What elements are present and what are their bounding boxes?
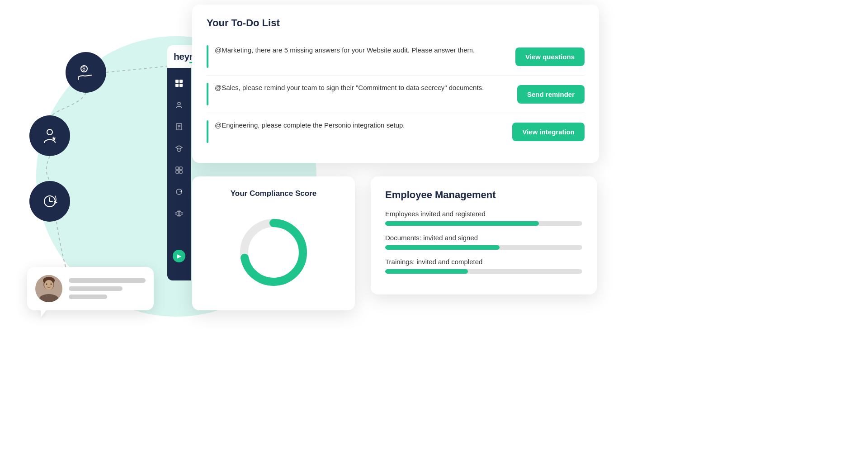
svg-rect-8 — [179, 84, 183, 87]
svg-point-2 — [47, 129, 52, 135]
todo-item: @Sales, please remind your team to sign … — [207, 76, 585, 113]
profile-line-role — [69, 286, 123, 291]
nav-documents[interactable] — [173, 120, 185, 133]
todo-item-content: @Engineering, please complete the Person… — [207, 120, 503, 143]
todo-title: Your To-Do List — [207, 17, 585, 29]
svg-rect-6 — [179, 80, 183, 83]
nav-refresh[interactable] — [173, 185, 185, 198]
sidebar-expand-button[interactable]: ▶ — [173, 250, 185, 262]
svg-rect-5 — [175, 80, 179, 83]
view-questions-button[interactable]: View questions — [515, 48, 585, 66]
progress-section-trainings: Trainings: invited and completed — [385, 258, 582, 274]
progress-fill — [385, 269, 468, 274]
todo-item-text: @Sales, please remind your team to sign … — [215, 83, 484, 93]
svg-point-9 — [178, 102, 180, 105]
avatar — [35, 275, 62, 302]
progress-section-documents: Documents: invited and signed — [385, 234, 582, 250]
progress-fill — [385, 221, 539, 226]
todo-card: Your To-Do List @Marketing, there are 5 … — [192, 5, 599, 163]
svg-point-26 — [46, 284, 47, 285]
progress-label: Trainings: invited and completed — [385, 258, 582, 266]
profile-card — [27, 267, 154, 310]
progress-section-employees: Employees invited and registered — [385, 210, 582, 226]
compliance-card: Your Compliance Score — [192, 176, 355, 310]
nav-users[interactable] — [173, 99, 185, 111]
emp-title: Employee Management — [385, 189, 582, 201]
svg-point-27 — [50, 284, 52, 285]
svg-rect-16 — [176, 171, 179, 173]
send-reminder-button[interactable]: Send reminder — [517, 85, 585, 104]
nav-settings[interactable] — [173, 207, 185, 220]
employee-management-card: Employee Management Employees invited an… — [371, 176, 597, 294]
clock-refresh-icon — [29, 181, 70, 222]
view-integration-button[interactable]: View integration — [512, 123, 585, 141]
progress-track — [385, 245, 582, 250]
svg-rect-14 — [176, 167, 179, 170]
profile-line-detail — [69, 294, 107, 299]
todo-item-text: @Engineering, please complete the Person… — [215, 120, 405, 131]
todo-item: @Marketing, there are 5 missing answers … — [207, 38, 585, 76]
progress-label: Documents: invited and signed — [385, 234, 582, 242]
nav-integrations[interactable] — [173, 164, 185, 176]
profile-line-name — [69, 278, 146, 283]
svg-rect-17 — [179, 171, 182, 173]
todo-accent-bar — [207, 83, 208, 105]
star-person-icon — [29, 115, 70, 156]
progress-fill — [385, 245, 500, 250]
svg-text:$: $ — [82, 66, 85, 72]
todo-item-content: @Marketing, there are 5 missing answers … — [207, 45, 506, 68]
todo-item-content: @Sales, please remind your team to sign … — [207, 83, 508, 105]
avatar-image — [37, 275, 61, 302]
todo-accent-bar — [207, 120, 208, 143]
money-hand-icon: $ — [66, 52, 106, 93]
svg-rect-15 — [179, 167, 182, 170]
compliance-title: Your Compliance Score — [207, 189, 340, 198]
svg-point-25 — [44, 280, 53, 290]
todo-item-text: @Marketing, there are 5 missing answers … — [215, 45, 475, 56]
progress-track — [385, 221, 582, 226]
todo-item: @Engineering, please complete the Person… — [207, 113, 585, 150]
todo-accent-bar — [207, 45, 208, 68]
nav-dashboard[interactable] — [173, 77, 185, 90]
progress-label: Employees invited and registered — [385, 210, 582, 218]
svg-point-18 — [178, 213, 180, 214]
compliance-donut-chart — [233, 212, 314, 293]
profile-info — [69, 278, 146, 299]
compliance-donut-container — [207, 207, 340, 298]
progress-track — [385, 269, 582, 274]
svg-rect-7 — [175, 84, 179, 87]
sidebar-navigation: ▶ — [167, 68, 191, 280]
nav-training[interactable] — [173, 142, 185, 155]
